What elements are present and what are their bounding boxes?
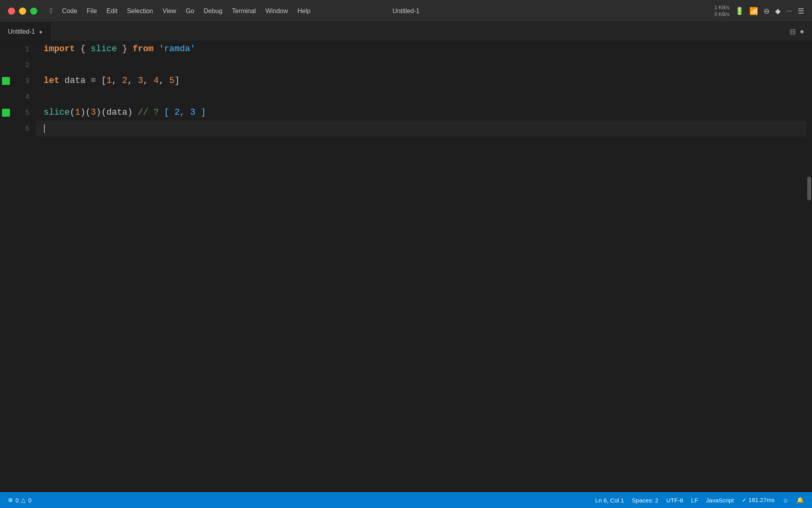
side-line-3 <box>0 73 12 89</box>
battery-icon: 🔋 <box>735 7 744 15</box>
line-number-5: 5 <box>12 105 36 121</box>
network-status: 1 KB/s0 KB/s <box>714 4 730 18</box>
tab-unsaved-indicator: ● <box>39 29 42 35</box>
menu-window[interactable]: Window <box>261 6 292 16</box>
menu-terminal[interactable]: Terminal <box>228 6 260 16</box>
comma-2: , <box>127 73 138 89</box>
punctuation-space <box>153 41 159 57</box>
menu-selection[interactable]: Selection <box>123 6 157 16</box>
titlebar-left:  Code File Edit Selection View Go Debug… <box>0 6 314 16</box>
side-line-6 <box>0 121 12 137</box>
menu-view[interactable]: View <box>159 6 180 16</box>
paren-1-close: )( <box>80 105 90 121</box>
editor-area: 1 2 3 4 5 6 import { slice } from 'ramda… <box>0 41 812 492</box>
titlebar:  Code File Edit Selection View Go Debug… <box>0 0 812 22</box>
line-number-1: 1 <box>12 41 36 57</box>
fn-call-slice: slice <box>44 105 70 121</box>
comma-3: , <box>143 73 153 89</box>
minimize-button[interactable] <box>19 8 26 15</box>
traffic-lights <box>8 8 37 15</box>
code-content[interactable]: import { slice } from 'ramda' let data =… <box>36 41 812 492</box>
string-ramda: 'ramda' <box>159 41 195 57</box>
menu-code[interactable]: Code <box>58 6 81 16</box>
tab-actions: ⊟ ● <box>790 27 812 36</box>
status-bell-icon[interactable]: 🔔 <box>797 496 804 504</box>
scrollbar[interactable] <box>806 41 812 492</box>
comma-4: , <box>159 73 169 89</box>
num-1: 1 <box>106 73 111 89</box>
bracket-close: ] <box>174 73 180 89</box>
line-numbers: 1 2 3 4 5 6 <box>12 41 36 492</box>
status-line-ending[interactable]: LF <box>691 497 698 504</box>
error-icon: ⊗ <box>8 496 13 504</box>
split-editor-icon[interactable]: ⊟ <box>790 27 796 36</box>
menu-go[interactable]: Go <box>182 6 198 16</box>
menu-file[interactable]: File <box>83 6 101 16</box>
close-button[interactable] <box>8 8 15 15</box>
gutter-indicator-5 <box>2 109 10 117</box>
keyword-import: import <box>44 41 75 57</box>
scrollbar-thumb[interactable] <box>807 177 811 200</box>
menu-debug[interactable]: Debug <box>200 6 226 16</box>
comment-quokka: // ? <box>132 105 164 121</box>
num-3: 3 <box>138 73 143 89</box>
apple-icon[interactable]:  <box>46 7 57 15</box>
operator-assign: = <box>91 73 101 89</box>
editor-tab-untitled[interactable]: Untitled-1 ● <box>0 22 51 41</box>
num-4: 4 <box>153 73 159 89</box>
arg-1: 1 <box>75 105 80 121</box>
warning-count: 0 <box>28 497 31 504</box>
menu-help[interactable]: Help <box>293 6 314 16</box>
side-line-1 <box>0 41 12 57</box>
paren-2-close: )( <box>96 105 106 121</box>
titlebar-right: 1 KB/s0 KB/s 🔋 📶 ⊖ ◆ ··· ☰ <box>714 4 812 18</box>
status-language[interactable]: JavaScript <box>706 497 734 504</box>
error-count: 0 <box>15 497 19 504</box>
titlebar-title: Untitled-1 <box>393 8 419 15</box>
more-icon[interactable]: ··· <box>786 7 792 15</box>
editor-settings-icon[interactable]: ● <box>800 27 804 36</box>
punctuation-brace-close: } <box>117 41 133 57</box>
list-icon[interactable]: ☰ <box>798 7 804 15</box>
status-bar: ⊗ 0 △ 0 Ln 6, Col 1 Spaces: 2 UTF-8 LF J… <box>0 492 812 508</box>
arg-data: data <box>106 105 127 121</box>
keyword-let: let <box>44 73 59 89</box>
profile-icon: ◆ <box>775 7 781 15</box>
maximize-button[interactable] <box>30 8 37 15</box>
menu-edit[interactable]: Edit <box>103 6 122 16</box>
num-2: 2 <box>122 73 127 89</box>
result-value: [ 2, 3 ] <box>164 105 206 121</box>
code-line-1: import { slice } from 'ramda' <box>36 41 812 57</box>
side-line-2 <box>0 57 12 73</box>
keyword-from: from <box>132 41 153 57</box>
tab-filename: Untitled-1 <box>8 28 35 35</box>
status-spaces[interactable]: Spaces: 2 <box>632 497 659 504</box>
line-number-6: 6 <box>12 121 36 137</box>
tab-bar: Untitled-1 ● ⊟ ● <box>0 22 812 41</box>
code-line-6 <box>36 121 812 137</box>
status-smiley-icon[interactable]: ☺ <box>783 497 789 504</box>
gutter-indicator-3 <box>2 77 10 85</box>
menu-bar:  Code File Edit Selection View Go Debug… <box>46 6 314 16</box>
status-timing: ✓ 181.27ms <box>742 496 775 504</box>
side-indicators <box>0 41 12 492</box>
line-number-4: 4 <box>12 89 36 105</box>
wifi-icon: 📶 <box>749 7 758 15</box>
var-data: data <box>59 73 91 89</box>
status-left: ⊗ 0 △ 0 <box>8 496 32 504</box>
bracket-open: [ <box>101 73 106 89</box>
punctuation-brace-open: { <box>75 41 91 57</box>
code-line-5: slice ( 1 )( 3 )( data ) // ? [ 2, 3 ] <box>36 105 812 121</box>
minus-circle-icon: ⊖ <box>764 7 770 15</box>
status-right: Ln 6, Col 1 Spaces: 2 UTF-8 LF JavaScrip… <box>595 496 804 504</box>
code-line-4 <box>36 89 812 105</box>
status-errors[interactable]: ⊗ 0 △ 0 <box>8 496 32 504</box>
comma-1: , <box>112 73 122 89</box>
status-encoding[interactable]: UTF-8 <box>666 497 684 504</box>
status-position[interactable]: Ln 6, Col 1 <box>595 497 624 504</box>
num-5: 5 <box>169 73 174 89</box>
line-number-2: 2 <box>12 57 36 73</box>
text-cursor <box>44 124 45 133</box>
code-line-3: let data = [ 1 , 2 , 3 , 4 , 5 ] <box>36 73 812 89</box>
side-line-5 <box>0 105 12 121</box>
